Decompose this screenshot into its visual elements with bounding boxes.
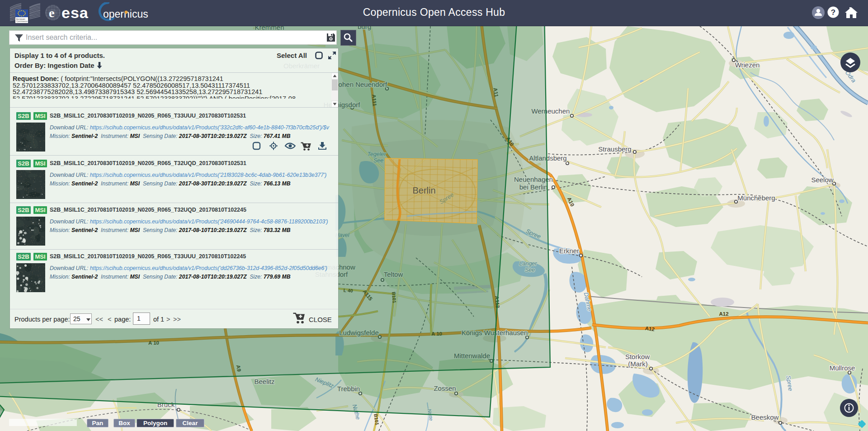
svg-text:Müllrose: Müllrose [830,364,855,372]
svg-text:Erkner: Erkner [559,247,579,255]
svg-text:Seelow: Seelow [811,176,833,184]
svg-text:Strausberg: Strausberg [598,145,631,153]
svg-text:Beeskow: Beeskow [751,413,779,421]
svg-text:Commission: Commission [16,20,28,23]
svg-text:A12: A12 [719,311,728,317]
svg-text:Storkow: Storkow [625,353,650,360]
svg-text:(Mark): (Mark) [628,360,647,368]
svg-text:Wriezen: Wriezen [735,61,760,69]
svg-text:Müncheberg: Müncheberg [737,194,775,202]
svg-text:Berlin: Berlin [412,185,435,195]
svg-text:?: ? [831,8,835,17]
